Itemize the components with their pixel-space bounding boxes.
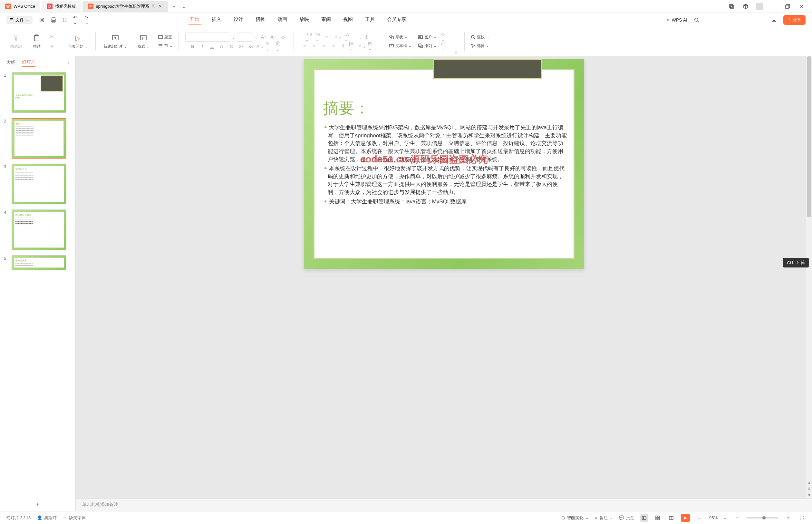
section-button[interactable]: 节 ⌄	[156, 42, 175, 50]
justify-icon[interactable]: ≡	[329, 42, 338, 50]
layout-button[interactable]: 版式 ⌄	[136, 32, 151, 51]
slide-thumb-3[interactable]: 背景与意义▪▪▪▪▪▪▪▪▪▪▪▪▪▪▪▪▪▪▪▪▪▪▪▪▪▪▪▪▪▪▪▪▪▪▪…	[12, 164, 66, 204]
cube-icon[interactable]	[742, 3, 749, 10]
paste-button[interactable]: 粘贴	[31, 32, 43, 51]
notes-toggle[interactable]: ≡ 备注 ⌄	[595, 515, 613, 521]
zoom-in-icon[interactable]: +	[784, 514, 792, 522]
align-center-icon[interactable]: ≡	[310, 42, 318, 50]
zoom-out-icon[interactable]: −	[733, 514, 741, 522]
close-icon[interactable]: ✕	[158, 4, 163, 9]
bold-icon[interactable]: B	[188, 42, 197, 51]
add-slide-button[interactable]: +	[0, 498, 76, 511]
scroll-down-icon[interactable]: ▾	[806, 492, 812, 498]
decrease-indent-icon[interactable]: ≡←	[325, 33, 333, 41]
slideshow-play-button[interactable]: ▶	[681, 514, 690, 522]
tab-tools[interactable]: 工具	[364, 15, 376, 25]
tab-transition[interactable]: 切换	[254, 15, 266, 25]
share-button[interactable]: ⇪ 分享	[783, 15, 806, 25]
font-color-icon[interactable]: A ⌄	[256, 42, 265, 51]
sorter-view-icon[interactable]	[654, 514, 662, 522]
slideshow-dropdown-icon[interactable]: ⌄	[696, 514, 703, 522]
missing-font-warning[interactable]: ⚠ 缺失字体	[63, 515, 86, 521]
subscript-icon[interactable]: X₂	[247, 42, 255, 51]
tab-wps-office[interactable]: W WPS Office	[0, 1, 40, 12]
ime-indicator[interactable]: CH ☽ 简	[783, 258, 809, 267]
distribute-icon[interactable]: ⫴	[339, 42, 347, 50]
font-family-dropdown[interactable]	[185, 33, 230, 42]
increase-font-icon[interactable]: A⁺	[260, 33, 268, 41]
align-left-icon[interactable]: ≡	[300, 42, 309, 50]
tab-insert[interactable]: 插入	[211, 15, 223, 25]
arrange-button[interactable]: 排列 ⌄	[416, 42, 438, 50]
undo-icon[interactable]: ↶ ⌄	[73, 16, 80, 23]
cut-icon[interactable]: ✂	[48, 33, 56, 41]
print-icon[interactable]	[50, 16, 57, 23]
underline-icon[interactable]: U	[208, 42, 216, 51]
outline-icon[interactable]: ▢ ⌄	[441, 42, 449, 51]
tab-design[interactable]: 设计	[232, 15, 245, 25]
reset-button[interactable]: 重置	[156, 33, 175, 41]
para-icon[interactable]: ⊞ ⌄	[368, 42, 376, 50]
reading-view-icon[interactable]	[667, 514, 675, 522]
strikethrough-icon[interactable]: A̶	[217, 42, 226, 51]
slide-counter[interactable]: 幻灯片 2 / 13	[6, 515, 31, 521]
redo-icon[interactable]: ↷ ⌄	[85, 16, 92, 23]
decrease-font-icon[interactable]: A⁻	[269, 33, 278, 41]
slide-thumb-5[interactable]: 研究的内容▪▪▪▪▪▪▪▪▪▪▪▪▪▪▪▪▪▪▪▪▪▪▪▪▪▪▪▪▪▪▪▪▪▪▪…	[12, 255, 66, 270]
italic-icon[interactable]: I	[198, 42, 206, 51]
columns-icon[interactable]: ⿲	[363, 33, 371, 41]
line-spacing-icon[interactable]: ‖≡ ⌄	[349, 42, 357, 50]
scroll-menu-icon[interactable]: ≡	[806, 485, 812, 492]
numbering-icon[interactable]: 1≡ ⌄	[315, 33, 323, 41]
scroll-up-icon[interactable]: ▴	[806, 479, 812, 485]
fill-icon[interactable]: ◇ ⌄	[441, 33, 449, 41]
collapse-sidebar-icon[interactable]: ‹	[67, 60, 69, 65]
new-tab-button[interactable]: +	[169, 4, 179, 9]
font-size-dropdown[interactable]	[237, 33, 253, 42]
expand-icon[interactable]: ⌄	[452, 47, 461, 56]
smart-beautify-button[interactable]: ⬡ 智能美化 ⌄	[561, 515, 589, 521]
spacing-icon[interactable]: ≡ ⌄	[358, 42, 367, 50]
copy-icon[interactable]: ⎘	[48, 42, 56, 51]
notes-input[interactable]: 单击此处添加备注	[76, 498, 812, 511]
tab-active-document[interactable]: P springboot大学生兼职管理系 ⇱ ✕	[82, 1, 168, 12]
superscript-icon[interactable]: X²	[237, 42, 245, 51]
clear-format-icon[interactable]: ◇	[279, 33, 287, 41]
close-window-icon[interactable]: ✕	[798, 3, 806, 10]
zoom-handle[interactable]	[762, 516, 766, 520]
slide-content[interactable]: 摘要： ❧大学生兼职管理系统采用B/S架构，数据库是MySQL。网站的搭建与开发…	[304, 59, 584, 269]
sidebar-tab-slides[interactable]: 幻灯片	[22, 58, 35, 67]
wps-ai-button[interactable]: ✦ WPS AI	[666, 17, 687, 22]
zoom-percent[interactable]: 95%	[709, 515, 717, 520]
normal-view-icon[interactable]	[640, 514, 648, 522]
new-slide-button[interactable]: 新建幻灯片 ⌄	[102, 32, 128, 51]
shape-button[interactable]: 形状 ⌄	[387, 33, 413, 41]
tab-view[interactable]: 视图	[342, 15, 354, 25]
tab-start[interactable]: 开始	[188, 15, 201, 25]
minimize-icon[interactable]: —	[769, 3, 777, 10]
tab-doke-templates[interactable]: D 找稻壳模板	[42, 1, 81, 12]
slide-thumb-2[interactable]: 摘要：▪▪▪▪▪▪▪▪▪▪▪▪▪▪▪▪▪▪▪▪▪▪▪▪▪▪▪▪▪▪▪▪▪▪▪▪▪…	[12, 118, 66, 159]
window-copy-icon[interactable]	[728, 3, 735, 10]
strike-icon[interactable]: S	[227, 42, 235, 51]
align-right-icon[interactable]: ≡	[320, 42, 328, 50]
select-button[interactable]: 选择 ⌄	[468, 42, 491, 50]
current-page-start-button[interactable]: ▷ 当页开始 ⌄	[67, 32, 89, 51]
avatar-icon[interactable]	[756, 3, 763, 10]
maximize-icon[interactable]	[784, 3, 791, 10]
cloud-icon[interactable]: ☁	[770, 16, 778, 23]
file-menu[interactable]: ☰ 文件 ⌄	[6, 16, 33, 24]
tab-menu-dropdown[interactable]: ⌄	[179, 4, 189, 9]
tab-member[interactable]: 会员专享	[386, 15, 408, 25]
slide-body[interactable]: ❧大学生兼职管理系统采用B/S架构，数据库是MySQL。网站的搭建与开发采用了先…	[323, 124, 568, 207]
align-vert-icon[interactable]: ⫠ ⌄	[353, 33, 362, 41]
tab-animation[interactable]: 动画	[276, 15, 288, 25]
pinyin-icon[interactable]: 変 ⌄	[276, 42, 284, 51]
image-button[interactable]: 图片 ⌄	[416, 33, 438, 41]
find-button[interactable]: 查找 ⌄	[468, 33, 491, 41]
tab-slideshow[interactable]: 放映	[298, 15, 310, 25]
search-icon[interactable]	[693, 16, 700, 23]
fit-window-icon[interactable]: ⛶	[798, 514, 806, 522]
highlight-icon[interactable]: ✎ ⌄	[266, 42, 274, 51]
author-indicator[interactable]: 👤 奥斯汀	[37, 515, 57, 521]
